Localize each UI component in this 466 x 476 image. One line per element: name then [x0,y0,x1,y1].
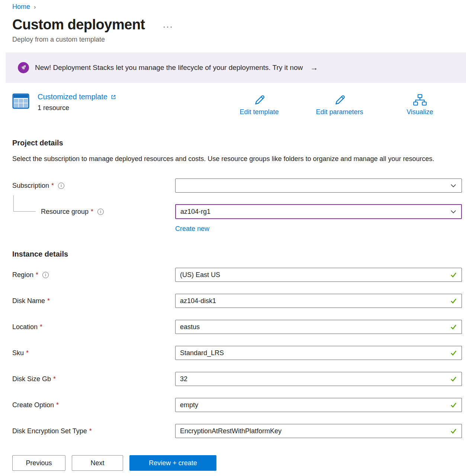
previous-button[interactable]: Previous [12,455,65,471]
required-marker: * [36,271,38,279]
customized-template-link[interactable]: Customized template [38,93,116,101]
info-icon[interactable]: i [97,209,104,215]
resource-group-label-text: Resource group [41,208,89,216]
rocket-icon [18,62,29,73]
banner-text: New! Deployment Stacks let you manage th… [35,64,303,72]
disk-size-row: Disk Size Gb* [12,372,462,386]
disk-encryption-set-type-label: Disk Encryption Set Type* [12,427,175,435]
subscription-row: Subscription* i [12,178,462,193]
valid-check-icon [450,376,457,383]
template-resource-count: 1 resource [38,104,116,112]
custom-deployment-page: Home › Custom deployment ··· Deploy from… [0,0,466,476]
valid-check-icon [450,298,457,305]
location-label-text: Location [12,323,38,331]
review-create-button[interactable]: Review + create [129,455,216,471]
arrow-right-icon[interactable]: → [310,63,318,72]
parent-child-connector-line [13,195,36,212]
location-row: Location* [12,319,462,334]
chevron-down-icon[interactable] [450,208,457,215]
external-link-icon [110,94,116,100]
disk-name-input[interactable] [175,294,462,308]
required-marker: * [89,427,92,435]
page-subtitle: Deploy from a custom template [12,36,462,44]
wizard-footer: Previous Next Review + create [0,450,466,476]
chevron-down-icon[interactable] [450,182,457,189]
disk-name-label: Disk Name* [12,297,175,305]
location-input[interactable] [175,320,462,334]
breadcrumb-home-link[interactable]: Home [12,3,30,11]
required-marker: * [47,297,50,305]
create-option-label-text: Create Option [12,401,54,409]
org-chart-icon [413,93,427,107]
resource-group-dropdown[interactable] [175,204,462,219]
required-marker: * [53,375,56,383]
more-options-button[interactable]: ··· [163,19,173,31]
disk-size-label: Disk Size Gb* [12,375,175,383]
disk-name-row: Disk Name* [12,293,462,308]
pencil-icon [253,93,266,107]
required-marker: * [40,323,42,331]
create-new-link[interactable]: Create new [175,225,209,232]
resource-group-label: Resource group* i [12,208,175,216]
sku-input[interactable] [175,346,462,360]
valid-check-icon [450,350,457,357]
required-marker: * [26,349,29,357]
subscription-label-text: Subscription [12,182,49,190]
sku-label: Sku* [12,349,175,357]
required-marker: * [91,208,93,216]
required-marker: * [51,182,54,190]
disk-size-label-text: Disk Size Gb [12,375,51,383]
subscription-dropdown[interactable] [175,178,462,193]
required-marker: * [56,401,59,409]
valid-check-icon [450,271,457,279]
page-title: Custom deployment [12,17,145,33]
template-summary-row: Customized template 1 resource Edit temp… [12,93,462,122]
resource-group-row: Resource group* i [12,204,462,219]
location-label: Location* [12,323,175,331]
visualize-label: Visualize [406,108,433,116]
subscription-label: Subscription* i [12,182,175,190]
visualize-button[interactable]: Visualize [406,93,433,116]
valid-check-icon [450,428,457,435]
breadcrumb-separator-icon: › [34,4,36,10]
edit-template-label: Edit template [240,108,279,116]
sku-label-text: Sku [12,349,24,357]
create-option-label: Create Option* [12,401,175,409]
instance-details-heading: Instance details [12,250,462,258]
region-label: Region* i [12,271,175,279]
create-option-row: Create Option* [12,398,462,412]
template-link-label: Customized template [38,93,107,101]
edit-parameters-button[interactable]: Edit parameters [316,93,363,116]
info-icon[interactable]: i [58,183,64,189]
breadcrumb: Home › [12,3,462,11]
next-button[interactable]: Next [72,455,123,471]
edit-parameters-label: Edit parameters [316,108,363,116]
template-icon [12,93,29,110]
valid-check-icon [450,324,457,331]
region-input[interactable] [175,268,462,282]
pencil-icon [333,93,346,107]
edit-template-button[interactable]: Edit template [240,93,279,116]
sku-row: Sku* [12,345,462,360]
disk-encryption-set-type-row: Disk Encryption Set Type* [12,424,462,438]
disk-encryption-set-type-input[interactable] [175,424,462,438]
valid-check-icon [450,402,457,409]
disk-encryption-set-type-label-text: Disk Encryption Set Type [12,427,87,435]
region-row: Region* i [12,267,462,282]
deployment-stacks-banner: New! Deployment Stacks let you manage th… [6,52,466,83]
info-icon[interactable]: i [42,272,49,278]
disk-size-input[interactable] [175,372,462,386]
create-option-input[interactable] [175,398,462,412]
disk-name-label-text: Disk Name [12,297,45,305]
project-details-heading: Project details [12,139,462,147]
region-label-text: Region [12,271,33,279]
project-details-description: Select the subscription to manage deploy… [12,153,444,165]
